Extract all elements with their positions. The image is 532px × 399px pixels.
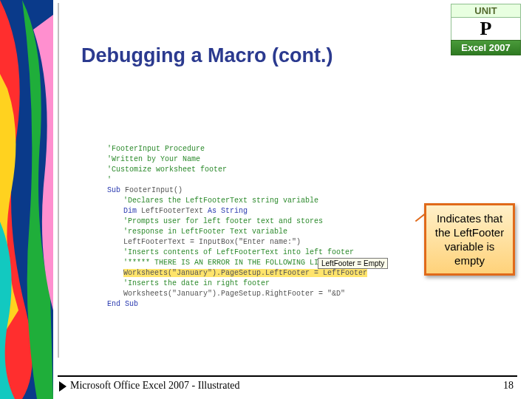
footer-rule: [58, 375, 517, 377]
code-comment: 'Inserts the date in right footer: [107, 279, 399, 289]
footer-left: Microsoft Office Excel 2007 - Illustrate…: [70, 380, 240, 392]
decorative-art: [0, 0, 53, 399]
code-keyword: End Sub: [107, 300, 138, 308]
code-comment: 'FooterInput Procedure: [107, 145, 205, 153]
unit-letter: P: [451, 18, 521, 40]
vertical-rule: [58, 3, 59, 358]
code-comment: ': [107, 176, 112, 184]
page-title: Debugging a Macro (cont.): [81, 44, 333, 67]
code-text: LeftFooterText = InputBox("Enter name:"): [107, 237, 399, 248]
code-comment: 'Prompts user for left footer text and s…: [107, 216, 399, 227]
unit-product: Excel 2007: [451, 40, 521, 55]
code-keyword: Sub: [107, 186, 125, 194]
unit-label: UNIT: [451, 4, 521, 18]
code-text: FooterInput(): [125, 186, 183, 194]
unit-badge: UNIT P Excel 2007: [451, 4, 521, 55]
callout-box: Indicates that the LeftFooter variable i…: [424, 203, 515, 276]
code-comment: 'response in LeftFooter Text variable: [107, 227, 399, 237]
code-comment: 'Written by Your Name: [107, 155, 200, 163]
footer-caret-icon: [59, 381, 66, 392]
code-highlight-line: Worksheets("January").PageSetup.LeftFoot…: [107, 268, 399, 279]
code-line: Dim LeftFooterText As String: [107, 206, 399, 216]
footer-page: 18: [503, 380, 514, 392]
code-block: 'FooterInput Procedure 'Written by Your …: [107, 144, 399, 310]
code-comment: 'Declares the LeftFooterText string vari…: [107, 196, 399, 206]
debug-tooltip: LeftFooter = Empty: [318, 258, 388, 269]
code-comment: 'Inserts contents of LeftFooterText into…: [107, 248, 399, 258]
code-comment: 'Customize worksheet footer: [107, 166, 227, 174]
code-text: Worksheets("January").PageSetup.RightFoo…: [107, 289, 399, 299]
